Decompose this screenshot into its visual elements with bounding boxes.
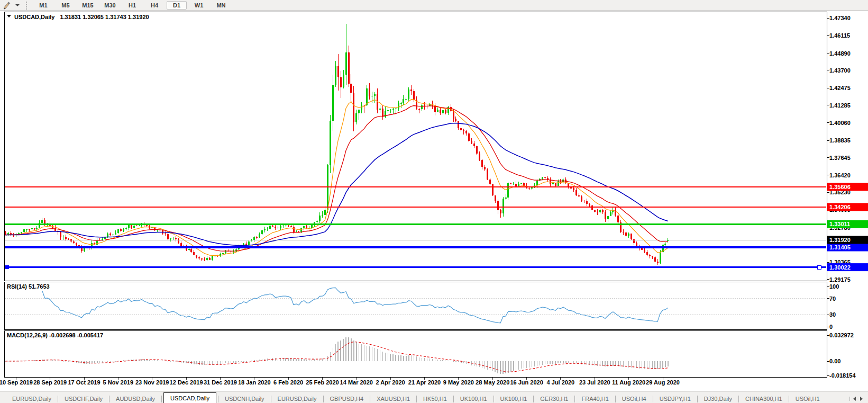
date-label: 23 Jul 2020 (579, 379, 610, 386)
chart-tab-china300-h1[interactable]: CHINA300,H1 (741, 394, 787, 403)
chart-tab-hk50-h1[interactable]: HK50,H1 (418, 394, 452, 403)
date-label: 28 Sep 2019 (33, 379, 67, 386)
chart-tab-uk100-h1[interactable]: UK100,H1 (455, 394, 492, 403)
chart-tab-xauusd-h1[interactable]: XAUUSD,H1 (372, 394, 415, 403)
tab-separator (533, 396, 534, 402)
date-label: 25 Feb 2020 (306, 379, 339, 386)
svg-text:1.30022: 1.30022 (829, 264, 851, 271)
terminal-window: M1M5M15M30H1H4D1W1MN 1.473401.461151.448… (0, 0, 868, 403)
chart-canvas[interactable]: 1.473401.461151.448901.437001.424751.412… (0, 11, 868, 389)
price-tick-label: 1.47340 (829, 15, 851, 21)
timeframe-toolbar: M1M5M15M30H1H4D1W1MN (0, 0, 868, 11)
rsi-label: RSI(14) 51.7653 (7, 283, 50, 290)
price-badge-1.35606: 1.35606 (827, 183, 868, 191)
macd-label: MACD(12,26,9) -0.002698 -0.005417 (7, 332, 103, 338)
chart-tab-usdjpy-h1[interactable]: USDJPY,H1 (655, 394, 696, 403)
price-badge-1.33011: 1.33011 (827, 220, 868, 228)
tab-separator (161, 396, 162, 402)
price-badge-1.31405: 1.31405 (827, 244, 868, 252)
svg-text:1.35606: 1.35606 (829, 184, 851, 190)
price-tick-label: 1.42475 (829, 85, 851, 91)
price-badge-1.30022: 1.30022 (827, 263, 868, 271)
chart-tab-ger30-h1[interactable]: GER30,H1 (535, 394, 573, 403)
date-label: 17 Oct 2019 (68, 379, 100, 386)
scroll-left-icon[interactable] (853, 397, 856, 401)
tab-scroll-arrows (849, 397, 866, 401)
svg-text:1.34206: 1.34206 (829, 204, 851, 210)
chart-tab-usdcad-daily[interactable]: USDCAD,Daily (163, 392, 216, 403)
chart-tab-gbpusd-h4[interactable]: GBPUSD,H4 (325, 394, 369, 403)
date-label: 2 Apr 2020 (376, 379, 405, 386)
date-label: 31 Dec 2019 (204, 379, 237, 386)
price-tick-label: 1.40060 (829, 120, 851, 126)
tab-separator (453, 396, 454, 402)
tab-separator (218, 396, 218, 402)
chart-tabs: EURUSD,DailyUSDCHF,DailyAUDUSD,DailyUSDC… (7, 393, 825, 403)
macd-scale: 0.0329720.00-0.018154 (827, 332, 856, 379)
rsi-scale-label: 100 (829, 283, 839, 290)
tab-separator (738, 396, 739, 402)
timeframe-button-h4[interactable]: H4 (144, 1, 165, 10)
chart-tab-fra40-h1[interactable]: FRA40,H1 (577, 394, 613, 403)
tab-separator (494, 396, 494, 402)
hline-left-handle (5, 265, 9, 269)
macd-scale-label: 0.032972 (829, 332, 854, 338)
tab-separator (109, 396, 109, 402)
hline-right-handle (817, 265, 821, 269)
chart-window: 1.473401.461151.448901.437001.424751.412… (0, 11, 868, 391)
date-label: 14 Mar 2020 (340, 379, 373, 386)
date-label: 5 Nov 2019 (103, 379, 133, 386)
timeframe-button-m15[interactable]: M15 (78, 1, 98, 10)
rsi-scale-label: 0 (829, 324, 833, 330)
date-label: 10 Sep 2019 (0, 379, 33, 386)
price-tick-label: 1.41285 (829, 102, 851, 109)
chart-cursor-icon[interactable] (3, 1, 12, 10)
date-label: 28 May 2020 (476, 379, 509, 386)
chart-tab-eurusd-daily[interactable]: EURUSD,Daily (7, 394, 56, 403)
price-tick-label: 1.37645 (829, 155, 851, 161)
timeframe-button-m5[interactable]: M5 (56, 1, 76, 10)
date-label: 21 Apr 2020 (408, 379, 441, 386)
rsi-scale-label: 70 (829, 295, 836, 302)
timeframe-button-h1[interactable]: H1 (122, 1, 142, 10)
date-label: 4 Jul 2020 (547, 379, 575, 386)
tab-separator (615, 396, 616, 402)
toolbar-grip-handle[interactable] (26, 2, 27, 10)
chart-tab-usdcnh-daily[interactable]: USDCNH,Daily (220, 394, 269, 403)
price-tick-label: 1.36420 (829, 172, 851, 178)
chart-tab-usoil-h1[interactable]: USOil,H1 (791, 394, 825, 403)
price-tick-label: 1.43700 (829, 67, 851, 74)
chart-tab-usdchf-daily[interactable]: USDCHF,Daily (60, 394, 107, 403)
chevron-down-icon[interactable] (15, 4, 20, 6)
chart-tab-uk100-h1[interactable]: UK100,H1 (496, 394, 532, 403)
tab-separator (574, 396, 575, 402)
tab-separator (271, 396, 271, 402)
chart-tab-eurusd-daily[interactable]: EURUSD,Daily (273, 394, 322, 403)
date-label: 9 May 2020 (443, 379, 474, 386)
svg-text:1.31405: 1.31405 (829, 244, 851, 250)
panel-borders (4, 12, 827, 377)
timeframe-button-m1[interactable]: M1 (33, 1, 53, 10)
price-tick-label: 1.44890 (829, 50, 851, 57)
tab-separator (323, 396, 324, 402)
date-axis: 10 Sep 201928 Sep 201917 Oct 20195 Nov 2… (0, 378, 680, 386)
svg-text:1.33011: 1.33011 (829, 221, 850, 227)
chart-tab-bar: EURUSD,DailyUSDCHF,DailyAUDUSD,DailyUSDC… (0, 391, 868, 403)
timeframe-button-m30[interactable]: M30 (100, 1, 120, 10)
chart-tab-dj30-daily[interactable]: DJ30,Daily (699, 394, 737, 403)
date-label: 29 Aug 2020 (646, 379, 680, 386)
chart-tab-audusd-daily[interactable]: AUDUSD,Daily (111, 394, 160, 403)
tab-separator (416, 396, 417, 402)
tab-separator (697, 396, 698, 402)
scroll-right-icon[interactable] (860, 397, 863, 401)
macd-scale-label: -0.018154 (829, 372, 856, 379)
tab-separator (653, 396, 653, 402)
timeframe-button-d1[interactable]: D1 (167, 1, 187, 10)
timeframe-button-mn[interactable]: MN (211, 1, 231, 10)
timeframe-button-w1[interactable]: W1 (189, 1, 209, 10)
date-label: 16 Jun 2020 (510, 379, 543, 386)
price-badge-1.31920: 1.31920 (827, 236, 868, 244)
date-label: 6 Feb 2020 (273, 379, 303, 386)
rsi-scale-label: 30 (829, 311, 836, 318)
chart-tab-usoil-h4[interactable]: USOil,H4 (617, 394, 651, 403)
